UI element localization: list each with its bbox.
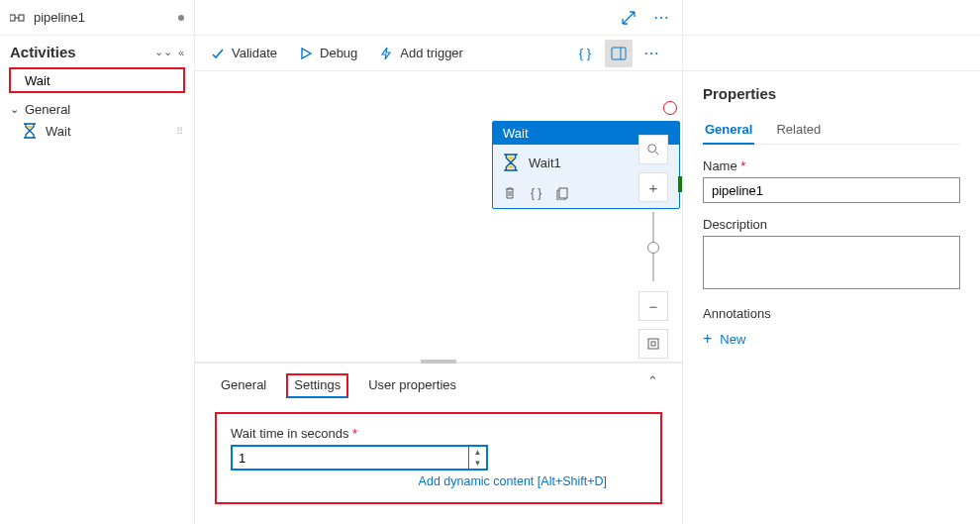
zoom-knob[interactable] — [647, 242, 659, 254]
activity-config-panel: General Settings User properties ⌃ Wait … — [195, 362, 682, 524]
json-icon[interactable]: { } — [531, 186, 541, 200]
wait-time-input[interactable] — [233, 447, 468, 469]
activity-item-label: Wait — [46, 124, 71, 139]
wait-time-field[interactable]: ▲ ▼ — [231, 445, 488, 471]
editor-toolbar: Validate Debug Add trigger { } ⋯ — [195, 36, 682, 71]
config-tab-user-properties[interactable]: User properties — [366, 373, 458, 398]
editor-tab[interactable]: pipeline1 — [0, 0, 194, 36]
zoom-controls: + − — [638, 135, 668, 359]
config-tab-general[interactable]: General — [219, 373, 268, 398]
svg-rect-11 — [648, 339, 658, 349]
props-tab-general[interactable]: General — [703, 116, 754, 145]
svg-line-10 — [655, 152, 659, 156]
activities-group-label: General — [25, 102, 70, 117]
zoom-slider[interactable] — [652, 212, 654, 281]
description-label: Description — [703, 217, 960, 232]
zoom-out-button[interactable]: − — [638, 291, 668, 321]
activities-heading: Activities — [10, 44, 148, 60]
play-icon — [299, 47, 313, 60]
node-name: Wait1 — [529, 156, 561, 170]
copy-icon[interactable] — [555, 186, 569, 200]
pipeline-canvas[interactable]: Wait Wait1 { } + — [195, 71, 682, 362]
plus-icon: + — [703, 331, 712, 347]
expand-icon[interactable] — [615, 4, 642, 32]
more-toolbar-icon[interactable]: ⋯ — [638, 40, 666, 67]
unsaved-dot-icon — [178, 15, 184, 21]
chevron-down-icon: ⌄ — [10, 103, 19, 116]
chevron-double-left-icon[interactable]: « — [178, 47, 184, 58]
zoom-in-button[interactable]: + — [638, 172, 668, 202]
delete-icon[interactable] — [503, 186, 517, 200]
name-input[interactable] — [703, 177, 960, 203]
activities-group-general[interactable]: ⌄ General — [0, 96, 194, 119]
activities-search-input[interactable] — [23, 72, 193, 89]
validate-button[interactable]: Validate — [211, 46, 277, 60]
svg-rect-0 — [10, 15, 15, 21]
chevron-double-down-icon[interactable]: ⌄⌄ — [154, 46, 172, 58]
stepper-up[interactable]: ▲ — [469, 447, 486, 458]
breakpoint-icon[interactable] — [663, 101, 677, 115]
add-trigger-button[interactable]: Add trigger — [379, 46, 463, 60]
fit-screen-icon[interactable] — [638, 329, 668, 359]
stepper-down[interactable]: ▼ — [469, 458, 486, 469]
description-input[interactable] — [703, 236, 960, 289]
svg-rect-12 — [651, 342, 655, 346]
name-label: Name * — [703, 158, 960, 173]
wait-time-label: Wait time in seconds * — [231, 426, 357, 441]
properties-toggle-icon[interactable] — [605, 40, 633, 67]
editor-topbar: ⋯ — [195, 0, 682, 36]
props-tab-related[interactable]: Related — [774, 116, 823, 144]
success-port[interactable] — [678, 176, 682, 192]
debug-button[interactable]: Debug — [299, 46, 357, 60]
svg-rect-1 — [19, 15, 24, 21]
svg-point-9 — [648, 145, 656, 153]
properties-heading: Properties — [703, 85, 960, 102]
svg-rect-7 — [559, 188, 567, 198]
config-tab-settings[interactable]: Settings — [286, 373, 348, 398]
add-annotation-button[interactable]: + New — [703, 327, 745, 351]
check-icon — [211, 47, 225, 60]
hourglass-icon — [503, 155, 519, 170]
tab-title: pipeline1 — [34, 10, 170, 25]
zoom-search-icon[interactable] — [638, 135, 668, 164]
pipeline-icon — [10, 11, 26, 25]
activities-search[interactable] — [10, 68, 184, 92]
json-view-icon[interactable]: { } — [571, 40, 599, 67]
hourglass-icon — [22, 123, 38, 139]
more-icon[interactable]: ⋯ — [648, 4, 676, 32]
add-dynamic-content-link[interactable]: Add dynamic content [Alt+Shift+D] — [231, 474, 607, 488]
annotations-label: Annotations — [703, 306, 960, 321]
collapse-panel-icon[interactable]: ⌃ — [647, 373, 658, 388]
svg-rect-5 — [612, 48, 626, 59]
trigger-icon — [379, 47, 393, 60]
activity-item-wait[interactable]: Wait ⠿ — [0, 119, 194, 143]
drag-handle-icon[interactable]: ⠿ — [176, 126, 184, 137]
